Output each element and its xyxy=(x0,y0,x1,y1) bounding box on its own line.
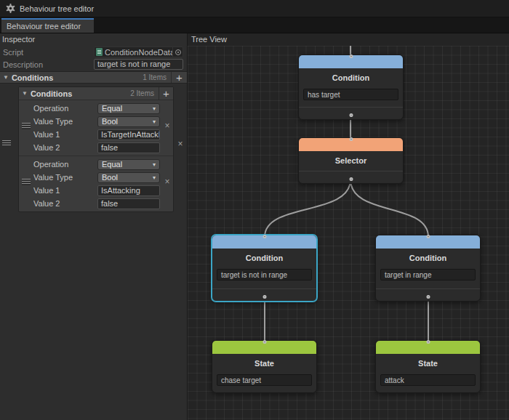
value1-input[interactable]: IsTargetInAttackR xyxy=(97,129,160,140)
add-inner-condition-button[interactable]: + xyxy=(159,87,173,100)
input-port[interactable] xyxy=(262,235,266,238)
value2-input[interactable]: false xyxy=(97,198,160,209)
value1-label: Value 1 xyxy=(33,130,97,139)
output-port[interactable] xyxy=(349,113,353,117)
value2-label: Value 2 xyxy=(33,199,97,208)
node-title: Selector xyxy=(299,151,403,170)
node-condition-left[interactable]: Condition target is not in range xyxy=(212,235,317,302)
remove-condition-button[interactable]: × xyxy=(163,177,172,186)
edge xyxy=(265,179,350,237)
tab-behaviour-tree-editor[interactable]: Behaviour tree editor xyxy=(1,18,94,33)
node-description-field[interactable]: target in range xyxy=(380,269,476,280)
script-label: Script xyxy=(0,48,94,57)
node-description-field[interactable]: attack xyxy=(380,374,476,386)
output-port[interactable] xyxy=(426,295,430,299)
script-row: Script ConditionNodeData xyxy=(0,47,183,57)
tree-view-title: Tree View xyxy=(188,33,509,46)
remove-condition-button[interactable]: × xyxy=(163,121,172,130)
object-picker-button[interactable] xyxy=(172,47,183,57)
chevron-down-icon: ▾ xyxy=(153,174,156,181)
object-picker-icon xyxy=(175,49,181,55)
node-footer xyxy=(299,171,403,183)
node-description-field[interactable]: target is not in range xyxy=(217,269,312,280)
node-header xyxy=(212,341,316,354)
value2-label: Value 2 xyxy=(33,143,97,152)
add-outer-condition-button[interactable]: + xyxy=(171,72,187,83)
chevron-down-icon: ▾ xyxy=(153,105,156,112)
node-state-left[interactable]: State chase target xyxy=(212,340,317,393)
node-footer xyxy=(212,288,316,301)
window-title: Behaviour tree editor xyxy=(20,4,94,13)
node-title: State xyxy=(376,354,480,373)
tree-view-panel: Tree View Condition has target xyxy=(188,33,509,420)
node-header xyxy=(376,235,480,249)
script-icon xyxy=(96,48,103,56)
input-port[interactable] xyxy=(426,340,430,344)
input-port[interactable] xyxy=(349,54,353,58)
chevron-down-icon: ▾ xyxy=(153,161,156,168)
foldout-arrow-icon[interactable]: ▼ xyxy=(22,90,28,97)
node-header xyxy=(212,235,316,249)
node-header xyxy=(299,55,403,68)
value-type-dropdown[interactable]: Bool ▾ xyxy=(97,172,160,183)
description-input[interactable]: target is not in range xyxy=(94,59,183,70)
condition-element-0: × Operation Equal ▾ Value Type Bool ▾ xyxy=(19,100,173,156)
node-title: State xyxy=(212,354,316,373)
graph-canvas[interactable]: Condition has target Selector xyxy=(188,46,509,420)
output-port[interactable] xyxy=(349,177,353,181)
conditions-outer-header[interactable]: ▼ Conditions 1 Items + xyxy=(0,71,187,84)
window-titlebar: Behaviour tree editor xyxy=(0,0,509,17)
node-condition-root[interactable]: Condition has target xyxy=(298,54,404,120)
operation-dropdown[interactable]: Equal ▾ xyxy=(97,103,160,114)
value1-input[interactable]: IsAttacking xyxy=(97,185,160,196)
value-type-label: Value Type xyxy=(33,173,97,182)
node-title: Condition xyxy=(212,249,316,267)
value-type-dropdown[interactable]: Bool ▾ xyxy=(97,116,160,127)
chevron-down-icon: ▾ xyxy=(153,118,156,125)
node-header xyxy=(376,341,480,354)
node-title: Condition xyxy=(376,249,480,267)
node-description-field[interactable]: chase target xyxy=(217,374,312,386)
value2-input[interactable]: false xyxy=(97,142,160,153)
inspector-panel: Inspector Script ConditionNodeData Descr… xyxy=(0,33,188,420)
window-icon xyxy=(6,4,15,13)
value-type-label: Value Type xyxy=(33,117,97,126)
description-label: Description xyxy=(0,60,94,69)
operation-dropdown[interactable]: Equal ▾ xyxy=(97,159,160,170)
node-footer xyxy=(299,107,403,119)
conditions-inner-header[interactable]: ▼ Conditions 2 Items + xyxy=(19,87,173,100)
description-row: Description target is not in range xyxy=(0,59,183,70)
node-state-right[interactable]: State attack xyxy=(375,340,481,393)
drag-handle-icon[interactable] xyxy=(22,179,31,185)
input-port[interactable] xyxy=(426,235,430,238)
conditions-inner-list: ▼ Conditions 2 Items + × Operation Equal… xyxy=(18,86,174,212)
edge xyxy=(350,179,428,237)
drag-handle-icon[interactable] xyxy=(22,123,31,129)
script-object-field[interactable]: ConditionNodeData xyxy=(94,47,183,57)
value1-label: Value 1 xyxy=(33,186,97,195)
operation-label: Operation xyxy=(33,160,97,169)
operation-label: Operation xyxy=(33,104,97,113)
node-header xyxy=(299,138,403,151)
conditions-outer-count: 1 Items xyxy=(143,73,167,81)
node-selector[interactable]: Selector xyxy=(298,137,404,184)
conditions-outer-element: × ▼ Conditions 2 Items + × Operation Equ… xyxy=(0,84,187,218)
input-port[interactable] xyxy=(349,137,353,141)
script-object-name: ConditionNodeData xyxy=(105,48,172,57)
node-description-field[interactable]: has target xyxy=(303,89,398,100)
drag-handle-icon[interactable] xyxy=(2,140,11,147)
node-footer xyxy=(376,288,480,301)
condition-element-1: × Operation Equal ▾ Value Type Bool ▾ xyxy=(19,156,173,211)
conditions-outer-title: Conditions xyxy=(12,73,143,82)
node-title: Condition xyxy=(299,68,403,87)
inspector-title: Inspector xyxy=(0,33,187,45)
node-condition-right[interactable]: Condition target in range xyxy=(375,235,481,302)
tab-strip: Behaviour tree editor xyxy=(0,17,509,33)
output-port[interactable] xyxy=(262,295,266,299)
conditions-inner-title: Conditions xyxy=(31,89,130,98)
input-port[interactable] xyxy=(262,340,266,344)
foldout-arrow-icon[interactable]: ▼ xyxy=(3,74,9,81)
conditions-inner-count: 2 Items xyxy=(130,89,154,97)
remove-outer-element-button[interactable]: × xyxy=(176,140,185,148)
